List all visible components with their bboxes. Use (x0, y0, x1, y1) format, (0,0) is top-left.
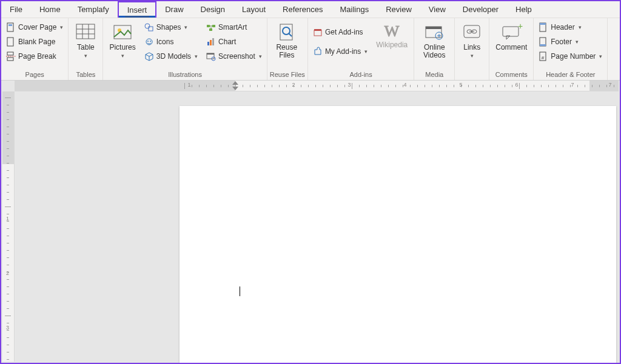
svg-rect-1 (8, 24, 12, 26)
ribbon-tabs: File Home Templafy Insert Draw Design La… (1, 1, 620, 18)
tab-insert[interactable]: Insert (118, 1, 157, 18)
store-icon (313, 27, 323, 37)
wikipedia-button[interactable]: W Wikipedia (372, 19, 411, 49)
tab-mailings[interactable]: Mailings (332, 1, 378, 18)
links-button[interactable]: Links ▾ (457, 19, 486, 59)
svg-rect-6 (76, 24, 95, 39)
my-addins-button[interactable]: My Add-ins▾ (310, 45, 370, 58)
svg-rect-4 (7, 58, 13, 61)
vertical-ruler[interactable]: 1 2 3 (2, 91, 15, 362)
smartart-button[interactable]: SmartArt (204, 21, 264, 34)
tab-design[interactable]: Design (192, 1, 233, 18)
tab-file[interactable]: File (1, 1, 31, 18)
svg-line-33 (289, 33, 292, 36)
svg-text:#: # (542, 55, 545, 61)
cube-icon (144, 51, 154, 61)
chart-button[interactable]: Chart (204, 35, 264, 48)
ribbon: Cover Page▾ Blank Page Page Break Pages … (1, 18, 620, 81)
pictures-icon (112, 22, 133, 42)
tab-templafy[interactable]: Templafy (69, 1, 118, 18)
tab-help[interactable]: Help (507, 1, 540, 18)
group-links: Links ▾ (455, 18, 489, 80)
svg-rect-31 (280, 24, 292, 40)
puzzle-icon (313, 47, 323, 56)
cover-page-icon (6, 22, 16, 32)
svg-rect-38 (426, 27, 441, 29)
svg-point-16 (147, 41, 149, 42)
icons-icon (144, 37, 154, 47)
svg-rect-34 (314, 30, 321, 36)
horizontal-ruler[interactable]: 1 2 3 4 5 6 7 7 (15, 81, 619, 91)
reuse-files-button[interactable]: Reuse Files (270, 19, 304, 59)
comment-button[interactable]: + Comment (492, 19, 531, 51)
group-reuse-files: Reuse Files Reuse Files (267, 18, 308, 80)
group-label-media: Media (417, 70, 452, 80)
online-video-icon (424, 22, 445, 42)
svg-rect-46 (503, 27, 519, 36)
group-label-pages: Pages (4, 70, 65, 80)
link-icon (462, 22, 482, 42)
blank-page-button[interactable]: Blank Page (4, 35, 65, 48)
group-tables: Table ▾ Tables (69, 18, 103, 80)
text-caret (240, 286, 240, 296)
group-header-footer: Header▾ Footer▾ # Page Number▾ Header & … (534, 18, 608, 80)
tab-references[interactable]: References (274, 1, 331, 18)
table-button[interactable]: Table ▾ (71, 19, 100, 59)
svg-text:+: + (518, 22, 523, 31)
document-area[interactable] (15, 91, 619, 362)
screenshot-icon (206, 51, 216, 61)
icons-button[interactable]: Icons (142, 35, 200, 48)
3d-models-button[interactable]: 3D Models▾ (142, 50, 200, 63)
svg-rect-25 (207, 42, 209, 45)
group-addins: Get Add-ins My Add-ins▾ W Wikipedia Add-… (308, 18, 414, 80)
svg-rect-11 (114, 25, 131, 39)
tab-view[interactable]: View (420, 1, 454, 18)
page-number-icon: # (539, 51, 548, 61)
svg-rect-52 (540, 44, 546, 46)
page-break-button[interactable]: Page Break (4, 50, 65, 63)
reuse-files-icon (277, 22, 297, 42)
svg-rect-35 (314, 29, 321, 31)
svg-rect-26 (210, 40, 212, 45)
svg-rect-29 (207, 53, 214, 55)
tab-draw[interactable]: Draw (156, 1, 192, 18)
tab-developer[interactable]: Developer (454, 1, 507, 18)
group-label-addins: Add-ins (310, 70, 411, 80)
cover-page-button[interactable]: Cover Page▾ (4, 21, 65, 34)
blank-page-icon (6, 37, 16, 47)
page-number-button[interactable]: # Page Number▾ (536, 50, 605, 63)
group-media: Online Videos Media (414, 18, 455, 80)
header-button[interactable]: Header▾ (536, 21, 605, 34)
online-videos-button[interactable]: Online Videos (417, 19, 452, 59)
svg-rect-21 (212, 25, 215, 27)
group-label-comments: Comments (492, 70, 531, 80)
svg-point-17 (150, 41, 151, 42)
get-addins-button[interactable]: Get Add-ins (310, 25, 370, 39)
page-break-icon (6, 51, 16, 61)
svg-rect-27 (212, 38, 214, 45)
shapes-icon (144, 22, 154, 32)
tab-review[interactable]: Review (377, 1, 420, 18)
shapes-button[interactable]: Shapes▾ (142, 21, 200, 34)
footer-button[interactable]: Footer▾ (536, 35, 605, 48)
group-comments: + Comment Comments (489, 18, 534, 80)
document-page[interactable] (180, 106, 616, 364)
footer-icon (539, 37, 548, 47)
svg-text:W: W (384, 22, 400, 40)
tab-layout[interactable]: Layout (233, 1, 274, 18)
group-pages: Cover Page▾ Blank Page Page Break Pages (1, 18, 69, 80)
group-label-illustrations: Illustrations (106, 70, 264, 80)
svg-rect-50 (540, 23, 546, 25)
smartart-icon (206, 22, 216, 32)
svg-rect-2 (7, 38, 13, 46)
chart-icon (206, 37, 216, 47)
svg-rect-20 (207, 25, 210, 27)
group-label-headerfooter: Header & Footer (536, 70, 605, 80)
pictures-button[interactable]: Pictures ▾ (106, 19, 139, 59)
screenshot-button[interactable]: Screenshot▾ (204, 50, 264, 63)
header-icon (539, 22, 548, 32)
table-icon (75, 22, 96, 42)
group-label-reuse: Reuse Files (270, 70, 305, 80)
svg-rect-22 (209, 28, 212, 31)
tab-home[interactable]: Home (31, 1, 69, 18)
